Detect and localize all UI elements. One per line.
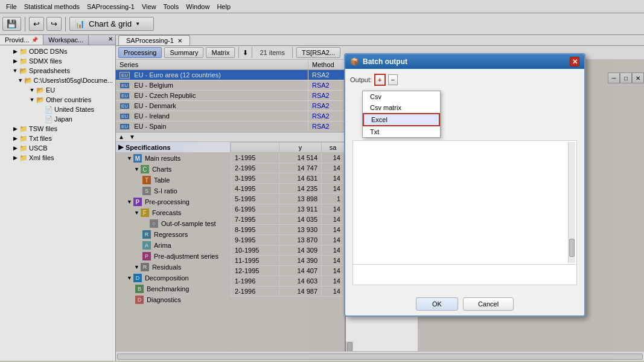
output-type-menu: Csv Csv matrix Excel Txt [362, 91, 441, 138]
content-scrollbar [353, 141, 576, 265]
add-output-button[interactable]: + [374, 74, 385, 86]
batch-output-dialog: 📦 Batch output ✕ Output: + − Csv Csv mat… [344, 53, 585, 317]
output-row: Output: + − [350, 74, 579, 86]
dialog-v-scrollbar[interactable] [568, 142, 575, 263]
txt-option[interactable]: Txt [363, 126, 440, 137]
dialog-titlebar: 📦 Batch output ✕ [345, 54, 584, 69]
dialog-scrollbar-thumb[interactable] [569, 239, 575, 257]
batch-icon: 📦 [350, 57, 359, 66]
excel-option[interactable]: Excel [363, 113, 440, 126]
dialog-title: Batch output [363, 57, 407, 66]
dialog-footer: OK Cancel [345, 293, 584, 315]
csv-matrix-option[interactable]: Csv matrix [363, 102, 440, 113]
remove-output-button[interactable]: − [388, 74, 398, 85]
output-label: Output: [350, 76, 372, 83]
csv-option[interactable]: Csv [363, 91, 440, 102]
dialog-body: Output: + − Csv Csv matrix Excel Txt <No… [345, 69, 584, 293]
dialog-content-area: <No Properties> [352, 140, 577, 285]
cancel-button[interactable]: Cancel [463, 297, 514, 311]
ok-button[interactable]: OK [416, 297, 458, 311]
dialog-close-button[interactable]: ✕ [570, 57, 579, 66]
